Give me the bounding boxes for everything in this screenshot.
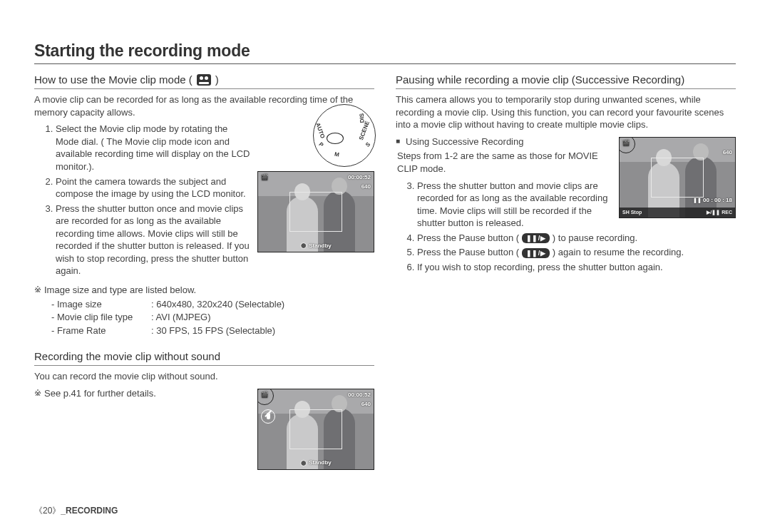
spec-size-label: - Image size [51, 298, 151, 311]
figure-group-1: AUTO P M S SCENE DIS 🎬 00:00:52 [257, 124, 374, 252]
subheading-pause: Pausing while recording a movie clip (Su… [396, 73, 736, 89]
dial-label: M [334, 151, 339, 160]
dial-label: P [317, 141, 324, 149]
sub-bullet: Using Successive Recording [396, 135, 736, 148]
osd-time: ❚❚ 00 : 00 : 18 [693, 197, 732, 205]
page-title: Starting the recording mode [34, 40, 736, 64]
lcd-preview-1: 🎬 00:00:52 640 Standby [257, 171, 374, 252]
step-6r: If you wish to stop recording, press the… [417, 261, 736, 274]
step-4r: Press the Pause button ( ❚❚/▶ ) to pause… [417, 232, 736, 245]
spec-type-label: - Movie clip file type [51, 311, 151, 324]
pause-play-icon: ❚❚/▶ [522, 233, 550, 243]
osd-status: Standby [300, 242, 332, 250]
subheading-movie-mode: How to use the Movie clip mode ( ) [34, 73, 374, 89]
mute-mic-icon [261, 409, 275, 424]
lcd-preview-3: 🎬 640 ❚❚ 00 : 00 : 18 SH Stop ▶/❚❚ REC [619, 137, 736, 218]
mode-dial-illustration: AUTO P M S SCENE DIS [313, 124, 374, 165]
right-column: Pausing while recording a movie clip (Su… [396, 70, 736, 474]
see-page-ref: See p.41 for further details. [34, 387, 374, 400]
dial-label: S [364, 141, 372, 149]
spec-fps-label: - Frame Rate [51, 324, 151, 337]
no-sound-intro: You can record the movie clip without so… [34, 370, 374, 383]
step-5r: Press the Pause button ( ❚❚/▶ ) again to… [417, 246, 736, 259]
specs-list: - Image size: 640x480, 320x240 (Selectab… [51, 298, 374, 337]
osd-bottombar: SH Stop ▶/❚❚ REC [620, 208, 735, 218]
spec-fps-val: : 30 FPS, 15 FPS (Selectable) [151, 325, 275, 336]
section-label: _RECORDING [61, 506, 118, 516]
osd-size: 640 [723, 149, 732, 157]
pause-play-icon: ❚❚/▶ [522, 248, 550, 258]
subheading-text: How to use the Movie clip mode ( [34, 73, 192, 87]
osd-rec: REC [722, 210, 732, 215]
movie-icon: 🎬 [261, 174, 268, 182]
osd-rec-btn: ▶/❚❚ [707, 210, 720, 215]
osd-stop: Stop [631, 210, 642, 215]
lcd-preview-2: 🎬 00:00:52 640 Standby [257, 389, 374, 470]
page-footer: 《20》_RECORDING [34, 505, 118, 516]
left-column: How to use the Movie clip mode ( ) A mov… [34, 70, 374, 474]
specs-note: Image size and type are listed below. [34, 284, 374, 297]
page-number: 《20》 [34, 506, 61, 516]
movie-clip-icon [197, 74, 211, 86]
osd-sh: SH [622, 210, 630, 215]
dial-label: SCENE [358, 121, 372, 142]
subheading-no-sound: Recording the movie clip without sound [34, 349, 374, 366]
osd-size: 640 [361, 183, 371, 191]
dial-label: DIS [358, 113, 366, 123]
figure-group-2: 🎬 00:00:52 640 Standby [257, 389, 374, 470]
subheading-close: ) [215, 73, 219, 87]
osd-time: 00:00:52 [348, 174, 371, 182]
osd-size: 640 [361, 401, 371, 409]
dial-label: AUTO [313, 122, 326, 140]
spec-type-val: : AVI (MJPEG) [151, 312, 211, 322]
osd-status: Standby [300, 459, 332, 467]
pause-intro: This camera allows you to temporarily st… [396, 93, 736, 131]
figure-group-3: 🎬 640 ❚❚ 00 : 00 : 18 SH Stop ▶/❚❚ REC [619, 137, 736, 218]
spec-size-val: : 640x480, 320x240 (Selectable) [151, 299, 284, 310]
